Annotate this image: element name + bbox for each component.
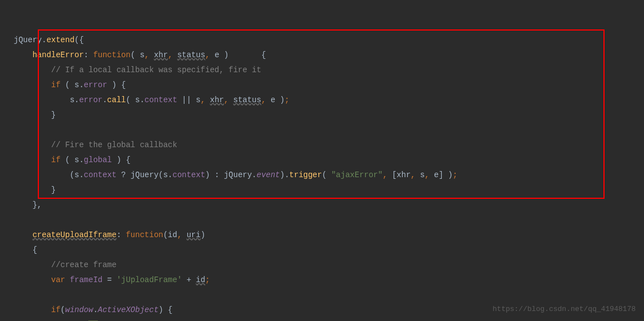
identifier: e [271,96,275,104]
identifier: window [65,305,93,314]
identifier: s [135,96,139,104]
identifier: jQuery [224,170,252,179]
code-line: s.error.call( s.context || s, xhr, statu… [4,96,289,104]
code-line: if ( s.error ) { [4,81,126,89]
param: e [214,51,219,59]
keyword: if [51,305,61,314]
param: s [140,51,144,59]
identifier: s [74,170,79,179]
variable: frameId [70,275,103,284]
identifier: xhr [210,96,224,104]
identifier: s [74,156,79,164]
identifier: xhr [397,170,411,179]
code-line [4,126,9,134]
keyword: function [126,230,163,239]
identifier: id [196,275,206,284]
code-line: }, [4,200,42,209]
method-call: extend [47,36,74,44]
identifier: s [70,96,74,104]
property-key: createUploadIframe [32,230,116,239]
code-line: if(window.ActiveXObject) { [4,305,173,314]
code-line: var frameId = 'jUploadFrame' + id; [4,275,210,284]
property: event [257,170,280,179]
property-key: handleError [32,51,83,59]
string: 'jUploadFrame' [117,275,182,284]
brace: { [32,245,37,254]
identifier: jQuery [131,170,158,179]
param: uri [187,230,201,239]
param: xhr [154,51,168,59]
keyword: function [93,51,131,59]
code-line: (s.context ? jQuery(s.context) : jQuery.… [4,170,457,179]
code-line: // Fire the global callback [4,141,177,149]
property: error [84,81,107,89]
comment: // Fire the global callback [51,141,177,149]
keyword: if [51,81,61,89]
identifier: s [196,96,201,104]
method-call: call [107,96,126,104]
code-line: // If a local callback was specified, fi… [4,66,261,74]
identifier: e [434,170,438,179]
keyword: var [51,275,65,284]
code-line: jQuery.extend({ [4,36,84,44]
string: "ajaxError" [331,170,382,179]
identifier: s [163,170,168,179]
identifier: status [233,96,261,104]
identifier: jQuery [14,36,42,44]
brace: } [51,111,56,119]
brace: }, [32,200,42,209]
property: context [84,170,117,179]
param: id [168,230,177,239]
code-line [4,290,9,299]
property: context [173,170,206,179]
method-call: trigger [289,170,322,179]
code-line: handleError: function( s, xhr, status, e… [4,51,266,59]
comment: // If a local callback was specified, fi… [51,66,261,74]
comment: //create frame [51,260,117,269]
code-line [4,215,9,224]
code-editor[interactable]: jQuery.extend({ handleError: function( s… [4,3,644,321]
property: error [79,96,102,104]
code-line: createUploadIframe: function(id, uri) [4,230,205,239]
code-line: if ( s.global ) { [4,156,131,164]
code-line: //create frame [4,260,117,269]
param: status [177,51,205,59]
property: context [144,96,177,104]
identifier: s [74,81,79,89]
code-line: { [4,245,37,254]
property: ActiveXObject [98,305,158,314]
code-line: } [4,111,56,119]
property: global [84,156,112,164]
code-line: } [4,185,56,194]
brace: } [51,185,56,194]
keyword: if [51,156,61,164]
